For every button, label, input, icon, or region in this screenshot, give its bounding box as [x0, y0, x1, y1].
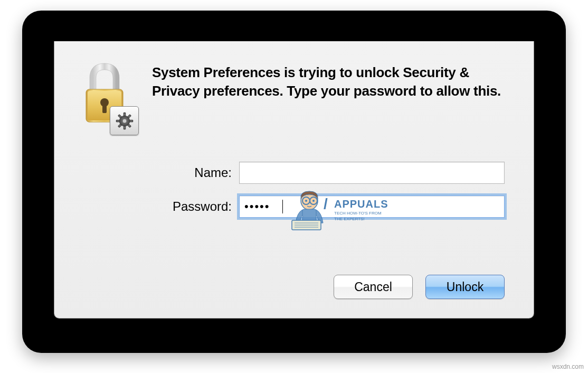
auth-dialog: System Preferences is trying to unlock S… [54, 41, 534, 319]
dialog-buttons: Cancel Unlock [78, 275, 510, 303]
name-label: Name: [152, 165, 239, 180]
dialog-message: System Preferences is trying to unlock S… [152, 63, 510, 100]
svg-rect-8 [129, 120, 133, 122]
password-label: Password: [152, 199, 239, 214]
text-caret [282, 200, 283, 213]
password-input[interactable] [239, 195, 505, 218]
dialog-icon-column [78, 61, 136, 133]
svg-rect-7 [116, 120, 120, 122]
name-input[interactable] [239, 162, 505, 184]
svg-point-13 [122, 119, 127, 123]
cancel-button[interactable]: Cancel [334, 275, 413, 299]
svg-rect-6 [124, 126, 126, 129]
svg-rect-5 [124, 113, 126, 116]
credentials-form: Name: Password: ••••• [78, 162, 510, 229]
svg-rect-3 [102, 104, 107, 113]
screenshot-frame: System Preferences is trying to unlock S… [22, 11, 566, 353]
unlock-button[interactable]: Unlock [425, 275, 505, 299]
source-watermark: wsxdn.com [552, 363, 584, 370]
gear-icon [110, 106, 139, 135]
